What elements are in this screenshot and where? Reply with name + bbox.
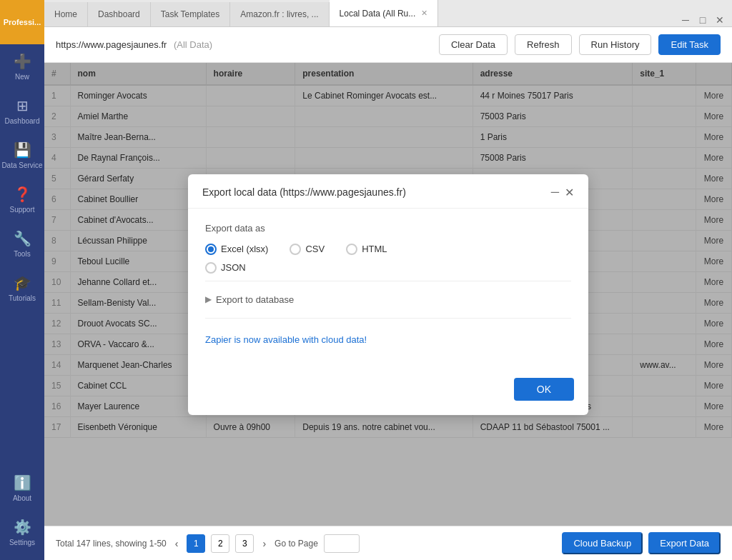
- tools-icon: 🔧: [14, 230, 31, 247]
- radio-excel-inner: [208, 246, 214, 252]
- support-icon: ❓: [14, 186, 31, 203]
- tab-home[interactable]: Home: [44, 2, 88, 26]
- radio-html[interactable]: [346, 244, 357, 255]
- cloud-backup-button[interactable]: Cloud Backup: [562, 532, 643, 554]
- goto-input[interactable]: [324, 534, 360, 553]
- sidebar-item-label-new: New: [15, 73, 29, 81]
- tab-close-icon[interactable]: ✕: [421, 9, 427, 18]
- tab-dashboard[interactable]: Dashboard: [88, 2, 151, 26]
- chevron-right-icon: ▶: [205, 294, 212, 304]
- ok-button[interactable]: OK: [514, 378, 574, 401]
- sidebar-item-label-settings: Settings: [9, 539, 35, 546]
- sidebar-item-label-tools: Tools: [14, 250, 30, 258]
- sidebar-item-data-service[interactable]: 💾 Data Service: [0, 133, 44, 177]
- sidebar-item-label-about: About: [13, 494, 31, 502]
- export-options: Excel (xlsx) CSV HTML: [205, 244, 571, 255]
- data-service-icon: 💾: [14, 141, 31, 159]
- tab-amazon[interactable]: Amazon.fr : livres, ...: [230, 2, 329, 26]
- modal-title: Export local data (https://www.pagesjaun…: [202, 186, 406, 198]
- sidebar-item-label-dashboard: Dashboard: [5, 117, 40, 125]
- radio-excel[interactable]: [205, 244, 217, 255]
- pagination-info: Total 147 lines, showing 1-50: [56, 539, 167, 549]
- sidebar-item-dashboard[interactable]: ⊞ Dashboard: [0, 89, 44, 133]
- toolbar-url: https://www.pagesjaunes.fr (All Data): [56, 39, 432, 50]
- main-content: Home Dashboard Task Templates Amazon.fr …: [44, 0, 732, 560]
- goto-label: Go to Page: [274, 539, 318, 549]
- sidebar-item-support[interactable]: ❓ Support: [0, 177, 44, 221]
- sidebar-item-label-support: Support: [9, 206, 34, 214]
- sidebar-item-label-data-service: Data Service: [1, 161, 42, 169]
- radio-json[interactable]: [205, 262, 217, 274]
- tab-task-templates[interactable]: Task Templates: [151, 2, 230, 26]
- modal-controls: ─ ✕: [551, 186, 574, 199]
- sidebar-item-tools[interactable]: 🔧 Tools: [0, 221, 44, 266]
- sidebar-item-label-tutorials: Tutorials: [9, 294, 36, 302]
- dashboard-icon: ⊞: [16, 97, 29, 114]
- prev-page-button[interactable]: ‹: [172, 538, 182, 549]
- page-1-button[interactable]: 1: [187, 534, 205, 553]
- sidebar: Professi... ➕ New ⊞ Dashboard 💾 Data Ser…: [0, 0, 44, 560]
- export-option-html[interactable]: HTML: [346, 244, 387, 255]
- sidebar-bottom: ℹ️ About ⚙️ Settings: [0, 466, 44, 554]
- refresh-button[interactable]: Refresh: [515, 34, 572, 55]
- new-icon: ➕: [14, 53, 31, 70]
- page-2-button[interactable]: 2: [211, 534, 229, 553]
- close-button[interactable]: ✕: [713, 14, 726, 26]
- clear-data-button[interactable]: Clear Data: [439, 34, 508, 55]
- settings-icon: ⚙️: [14, 519, 31, 536]
- export-option-csv[interactable]: CSV: [290, 244, 325, 255]
- export-data-button[interactable]: Export Data: [648, 532, 721, 554]
- modal-header: Export local data (https://www.pagesjaun…: [188, 174, 588, 209]
- tab-bar: Home Dashboard Task Templates Amazon.fr …: [44, 0, 732, 27]
- sidebar-logo: Professi...: [0, 0, 44, 44]
- export-option-json[interactable]: JSON: [205, 262, 246, 274]
- about-icon: ℹ️: [14, 474, 31, 491]
- modal-minimize-button[interactable]: ─: [551, 186, 559, 199]
- toolbar: https://www.pagesjaunes.fr (All Data) Cl…: [44, 27, 732, 63]
- next-page-button[interactable]: ›: [259, 538, 269, 549]
- sidebar-item-about[interactable]: ℹ️ About: [0, 466, 44, 510]
- modal-divider: [205, 281, 571, 281]
- export-option-excel[interactable]: Excel (xlsx): [205, 244, 268, 255]
- sidebar-item-new[interactable]: ➕ New: [0, 44, 44, 89]
- tutorials-icon: 🎓: [14, 274, 31, 291]
- edit-task-button[interactable]: Edit Task: [658, 34, 721, 55]
- modal-close-button[interactable]: ✕: [565, 186, 574, 199]
- modal-body: Export data as Excel (xlsx) CSV: [188, 209, 588, 371]
- export-modal: Export local data (https://www.pagesjaun…: [188, 174, 588, 415]
- data-table-container: # nom horaire presentation adresse site_…: [44, 63, 732, 526]
- export-to-database[interactable]: ▶ Export to database: [205, 289, 571, 311]
- sidebar-item-settings[interactable]: ⚙️ Settings: [0, 510, 44, 554]
- minimize-button[interactable]: ─: [679, 14, 692, 26]
- tab-local-data[interactable]: Local Data (All Ru... ✕: [330, 0, 439, 26]
- export-label: Export data as: [205, 223, 571, 234]
- page-3-button[interactable]: 3: [235, 534, 254, 553]
- modal-overlay: Export local data (https://www.pagesjaun…: [44, 63, 732, 526]
- maximize-button[interactable]: □: [696, 14, 709, 26]
- run-history-button[interactable]: Run History: [579, 34, 652, 55]
- radio-csv[interactable]: [290, 244, 301, 255]
- modal-footer: OK: [188, 371, 588, 415]
- modal-divider-2: [205, 318, 571, 319]
- pagination: Total 147 lines, showing 1-50 ‹ 1 2 3 › …: [44, 526, 732, 560]
- sidebar-item-tutorials[interactable]: 🎓 Tutorials: [0, 266, 44, 310]
- window-controls: ─ □ ✕: [679, 14, 732, 26]
- zapier-notice: Zapier is now available with cloud data!: [205, 326, 571, 356]
- export-options-row2: JSON: [205, 262, 571, 274]
